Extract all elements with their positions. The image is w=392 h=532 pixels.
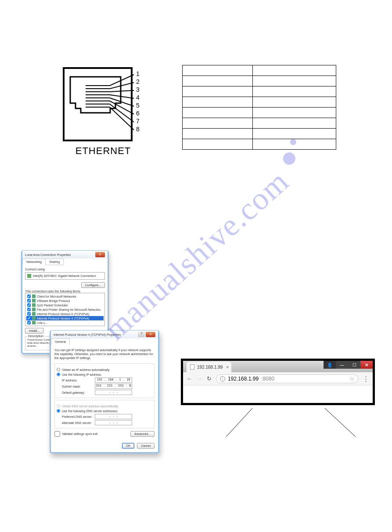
service-icon [32,321,36,324]
alt-dns-field[interactable]: . . . [95,420,132,425]
browser-tabbar: 192.168.1.99 × 👤 — ☐ ✕ [183,361,373,372]
maximize-button[interactable]: ☐ [348,361,360,369]
help-button[interactable]: ? [138,332,145,337]
forward-icon[interactable]: → [197,375,202,382]
adapter-name: Intel(R) 82578DC Gigabit Network Connect… [33,274,96,277]
svg-line-17 [226,408,252,437]
service-icon [32,312,36,316]
svg-line-4 [110,83,134,89]
configure-button[interactable]: Configure... [81,282,105,288]
page-icon [190,364,194,370]
ip-address-label: IP address: [62,379,95,382]
connect-using-label: Connect using: [25,268,105,271]
service-icon [32,295,36,298]
pin-1-label: 1 [136,70,140,77]
list-item: Link-L... [26,320,104,325]
close-button[interactable]: ✕ [95,252,105,257]
dialog-title: Internet Protocol Version 4 (TCP/IPv4) P… [54,333,121,336]
browser-viewport [183,385,373,403]
ipv4-properties-dialog: Internet Protocol Version 4 (TCP/IPv4) P… [50,330,159,453]
address-bar[interactable]: i 192.168.1.99:8080 ☆ [216,374,358,383]
pin-8-label: 8 [136,126,140,133]
ip-address-field[interactable]: 192 . 168 . 1 . 10 [95,377,132,383]
pref-dns-label: Preferred DNS server: [62,415,95,418]
list-item: Internet Protocol Version 6 (TCP/IPv6) [26,312,104,316]
pin-6-label: 6 [136,110,140,117]
browser-toolbar: ← → ↻ i 192.168.1.99:8080 ☆ ⋮ [183,372,373,385]
gateway-field[interactable]: . . . [95,390,132,395]
browser-window: 192.168.1.99 × 👤 — ☐ ✕ ← → ↻ i 192.168.1… [181,359,374,405]
url-port: :8080 [261,376,274,382]
subnet-mask-field[interactable]: 255 . 255 . 255 . 0 [95,384,132,389]
pref-dns-field[interactable]: . . . [95,414,132,419]
validate-checkbox[interactable] [54,431,60,437]
tab-sharing[interactable]: Sharing [45,259,64,265]
alt-dns-label: Alternate DNS server: [62,421,95,424]
list-item: Client for Microsoft Networks [26,294,104,298]
item-checkbox[interactable] [27,308,31,311]
use-following-ip-radio[interactable] [57,373,60,376]
table-row [183,129,336,139]
use-following-dns-radio[interactable] [57,409,60,413]
item-checkbox[interactable] [27,321,31,324]
svg-line-10 [110,98,134,106]
tab-networking[interactable]: Networking [22,259,46,265]
subnet-mask-label: Subnet mask: [62,385,95,388]
pin-7-label: 7 [136,118,140,125]
table-row [183,86,336,97]
list-item: QoS Packet Scheduler [26,303,104,307]
obtain-ip-auto-radio[interactable] [57,368,60,371]
item-checkbox[interactable] [27,295,31,298]
item-checkbox[interactable] [27,303,31,307]
svg-line-16 [110,107,134,130]
close-button[interactable]: ✕ [146,332,155,337]
reload-icon[interactable]: ↻ [207,375,212,382]
cancel-button[interactable]: Cancel [137,443,155,449]
dialog-titlebar: Local Area Connection Properties ✕ [22,251,108,259]
gateway-label: Default gateway: [62,391,95,394]
list-item: File and Printer Sharing for Microsoft N… [26,307,104,312]
table-row [183,139,336,150]
table-row [183,97,336,108]
svg-line-18 [325,408,356,437]
obtain-dns-auto-radio[interactable] [57,404,60,408]
window-close-button[interactable]: ✕ [360,361,373,369]
tab-close-icon[interactable]: × [226,364,229,370]
pin-2-label: 2 [136,78,140,85]
info-icon[interactable]: i [220,376,225,381]
dialog-titlebar: Internet Protocol Version 4 (TCP/IPv4) P… [51,331,158,338]
user-icon[interactable]: 👤 [324,361,336,369]
tab-general[interactable]: General [51,338,70,345]
item-checkbox[interactable] [27,316,31,320]
service-icon [32,308,36,311]
ethernet-caption: ETHERNET [61,145,145,157]
ok-button[interactable]: OK [122,443,134,449]
dialog-title: Local Area Connection Properties [25,253,71,256]
item-checkbox[interactable] [27,312,31,316]
browser-tab[interactable]: 192.168.1.99 × [187,362,231,372]
description-label: Description [27,334,44,338]
adapter-box: Intel(R) 82578DC Gigabit Network Connect… [25,272,105,280]
service-icon [32,299,36,302]
minimize-button[interactable]: — [336,361,348,369]
item-checkbox[interactable] [27,299,31,302]
pin-4-label: 4 [136,94,140,101]
service-icon [32,303,36,307]
bookmark-icon[interactable]: ☆ [349,376,354,382]
back-icon[interactable]: ← [187,375,192,382]
list-item-selected: Internet Protocol Version 4 (TCP/IPv4) [26,316,104,320]
list-item: VMware Bridge Protocol [26,298,104,303]
connection-items-list: Client for Microsoft Networks VMware Bri… [25,293,105,326]
install-button[interactable]: Install... [25,328,43,334]
table-row [183,108,336,118]
table-row [183,65,336,76]
advanced-button[interactable]: Advanced... [130,431,155,437]
ethernet-diagram: 1 2 3 4 5 6 7 8 ETHERNET [61,66,145,157]
table-row [183,76,336,86]
svg-line-6 [110,90,134,92]
table-row [183,118,336,129]
rj45-port-icon: 1 2 3 4 5 6 7 8 [61,66,145,143]
adapter-icon [27,274,31,278]
items-label: This connection uses the following items… [25,290,105,293]
menu-icon[interactable]: ⋮ [363,375,369,383]
